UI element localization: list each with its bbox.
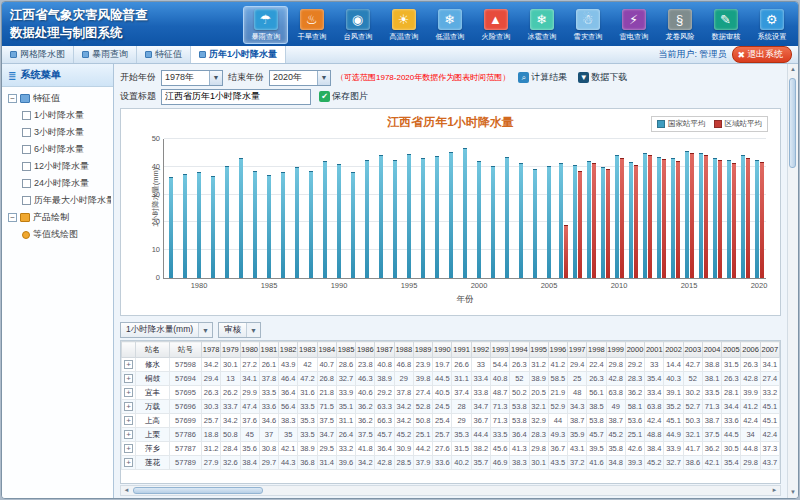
table-header-cell[interactable] (122, 342, 136, 358)
table-row[interactable]: +上高5769925.734.237.634.638.335.337.531.1… (122, 414, 780, 428)
table-header-cell[interactable]: 2003 (683, 342, 702, 358)
download-button[interactable]: ▼数据下载 (575, 70, 630, 85)
tree-item-0-0[interactable]: 1小时降水量 (4, 107, 111, 124)
row-expander-cell[interactable]: + (122, 414, 136, 428)
row-expander-cell[interactable]: + (122, 400, 136, 414)
table-row[interactable]: +萍乡5778731.228.435.630.842.138.929.533.2… (122, 442, 780, 456)
tab-1[interactable]: 暴雨查询 (74, 46, 137, 63)
table-row[interactable]: +修水5759834.230.127.226.143.94240.728.623… (122, 358, 780, 372)
table-header-cell[interactable]: 1979 (221, 342, 240, 358)
table-header-cell[interactable]: 1993 (490, 342, 509, 358)
scroll-left-icon[interactable]: ◄ (121, 486, 132, 495)
table-header-cell[interactable]: 1997 (568, 342, 587, 358)
table-header-cell[interactable]: 1988 (394, 342, 413, 358)
tool-lightning[interactable]: ⚡雷电查询 (611, 6, 656, 44)
expand-icon[interactable]: + (124, 360, 133, 369)
expander-icon[interactable]: − (8, 94, 17, 103)
vertical-scroll-thumb[interactable] (789, 78, 796, 168)
table-header-cell[interactable]: 2002 (664, 342, 683, 358)
row-expander-cell[interactable]: + (122, 372, 136, 386)
tool-audit[interactable]: ✎数据审核 (703, 6, 748, 44)
tab-0[interactable]: 网格降水图 (2, 46, 74, 63)
chart-title-input[interactable] (161, 89, 311, 105)
table-header-cell[interactable]: 2000 (625, 342, 644, 358)
logout-button[interactable]: ✖退出系统 (732, 46, 792, 63)
table-header-cell[interactable]: 1986 (356, 342, 375, 358)
tool-fire[interactable]: ▲火险查询 (473, 6, 518, 44)
tool-settings[interactable]: ⚙系统设置 (749, 6, 794, 44)
calculate-button[interactable]: ⌕计算结果 (515, 70, 570, 85)
tool-snow[interactable]: ☃雪灾查询 (565, 6, 610, 44)
expand-icon[interactable]: + (124, 402, 133, 411)
table-header-cell[interactable]: 1987 (375, 342, 394, 358)
end-year-select[interactable]: 2020年▼ (269, 70, 331, 86)
tool-hightemp[interactable]: ☀高温查询 (381, 6, 426, 44)
tree-item-0-1[interactable]: 3小时降水量 (4, 124, 111, 141)
table-header-cell[interactable]: 1994 (510, 342, 529, 358)
checkbox-icon[interactable] (22, 128, 31, 137)
table-header-cell[interactable]: 1982 (279, 342, 298, 358)
scroll-down-icon[interactable]: ▼ (788, 487, 798, 498)
tree-group-0[interactable]: −特征值 (4, 90, 111, 107)
tab-2[interactable]: 特征值 (137, 46, 191, 63)
expand-icon[interactable]: + (124, 458, 133, 467)
table-row[interactable]: +宜丰5769526.326.229.933.536.431.621.833.9… (122, 386, 780, 400)
audit-dropdown[interactable]: 审核▼ (218, 322, 261, 338)
checkbox-icon[interactable] (22, 145, 31, 154)
tool-drought[interactable]: ♨干旱查询 (289, 6, 334, 44)
tree-item-0-5[interactable]: 历年最大小时降水量 (4, 192, 111, 209)
start-year-select[interactable]: 1978年▼ (161, 70, 223, 86)
table-header-cell[interactable]: 1980 (240, 342, 259, 358)
tree-item-1-0[interactable]: 等值线绘图 (4, 226, 111, 243)
table-header-cell[interactable]: 1996 (548, 342, 567, 358)
table-header-cell[interactable]: 2005 (722, 342, 741, 358)
table-header-cell[interactable]: 1981 (259, 342, 278, 358)
expander-icon[interactable]: − (8, 213, 17, 222)
table-header-cell[interactable]: 1984 (317, 342, 336, 358)
table-header-cell[interactable]: 站名 (136, 342, 170, 358)
tree-item-0-3[interactable]: 12小时降水量 (4, 158, 111, 175)
measure-dropdown[interactable]: 1小时降水量(mm)▼ (120, 322, 213, 338)
table-header-cell[interactable]: 2004 (702, 342, 721, 358)
tab-3[interactable]: 历年1小时降水量 (191, 46, 286, 63)
checkbox-icon[interactable] (22, 179, 31, 188)
tree-item-0-2[interactable]: 6小时降水量 (4, 141, 111, 158)
table-header-cell[interactable]: 1991 (452, 342, 471, 358)
table-header-cell[interactable]: 1998 (587, 342, 606, 358)
scroll-up-icon[interactable]: ▲ (788, 64, 798, 75)
table-header-cell[interactable]: 2007 (760, 342, 779, 358)
tool-rainstorm[interactable]: ☂暴雨查询 (243, 6, 288, 44)
row-expander-cell[interactable]: + (122, 386, 136, 400)
table-header-cell[interactable]: 1985 (336, 342, 355, 358)
checkbox-icon[interactable] (22, 162, 31, 171)
table-header-cell[interactable]: 2006 (741, 342, 760, 358)
table-header-cell[interactable]: 1983 (298, 342, 317, 358)
row-expander-cell[interactable]: + (122, 456, 136, 470)
save-image-button[interactable]: ✔保存图片 (316, 89, 371, 104)
table-header-cell[interactable]: 1978 (202, 342, 221, 358)
tool-hail[interactable]: ❄冰雹查询 (519, 6, 564, 44)
expand-icon[interactable]: + (124, 416, 133, 425)
table-row[interactable]: +铜鼓5769429.41334.137.846.447.226.832.746… (122, 372, 780, 386)
table-header-cell[interactable]: 1999 (606, 342, 625, 358)
table-header-cell[interactable]: 1989 (413, 342, 432, 358)
table-row[interactable]: +莲花5778927.932.638.429.744.336.831.439.6… (122, 456, 780, 470)
tool-tornado[interactable]: §龙卷风险 (657, 6, 702, 44)
table-row[interactable]: +上栗5778618.850.845373533.534.726.437.545… (122, 428, 780, 442)
expand-icon[interactable]: + (124, 374, 133, 383)
expand-icon[interactable]: + (124, 430, 133, 439)
tool-typhoon[interactable]: ◉台风查询 (335, 6, 380, 44)
checkbox-icon[interactable] (22, 196, 31, 205)
table-header-cell[interactable]: 站号 (170, 342, 202, 358)
vertical-scrollbar[interactable]: ▲ ▼ (787, 64, 798, 498)
expand-icon[interactable]: + (124, 444, 133, 453)
checkbox-icon[interactable] (22, 111, 31, 120)
tree-group-1[interactable]: −产品绘制 (4, 209, 111, 226)
table-header-cell[interactable]: 1990 (433, 342, 452, 358)
table-row[interactable]: +万载5769630.333.747.433.656.433.571.535.1… (122, 400, 780, 414)
scroll-right-icon[interactable]: ► (769, 486, 780, 495)
tool-lowtemp[interactable]: ❄低温查询 (427, 6, 472, 44)
tree-item-0-4[interactable]: 24小时降水量 (4, 175, 111, 192)
table-header-cell[interactable]: 2001 (645, 342, 664, 358)
table-header-cell[interactable]: 1995 (529, 342, 548, 358)
